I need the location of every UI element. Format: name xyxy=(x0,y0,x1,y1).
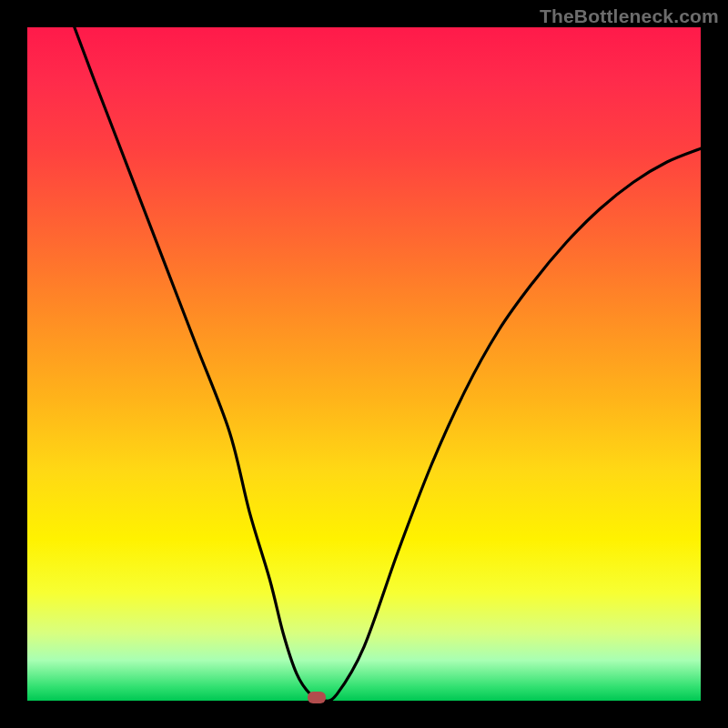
plot-area xyxy=(27,27,701,701)
curve-path xyxy=(75,27,701,701)
optimum-marker xyxy=(308,692,326,703)
chart-container: TheBottleneck.com xyxy=(0,0,728,728)
watermark-text: TheBottleneck.com xyxy=(540,5,719,27)
bottleneck-curve xyxy=(27,27,701,701)
